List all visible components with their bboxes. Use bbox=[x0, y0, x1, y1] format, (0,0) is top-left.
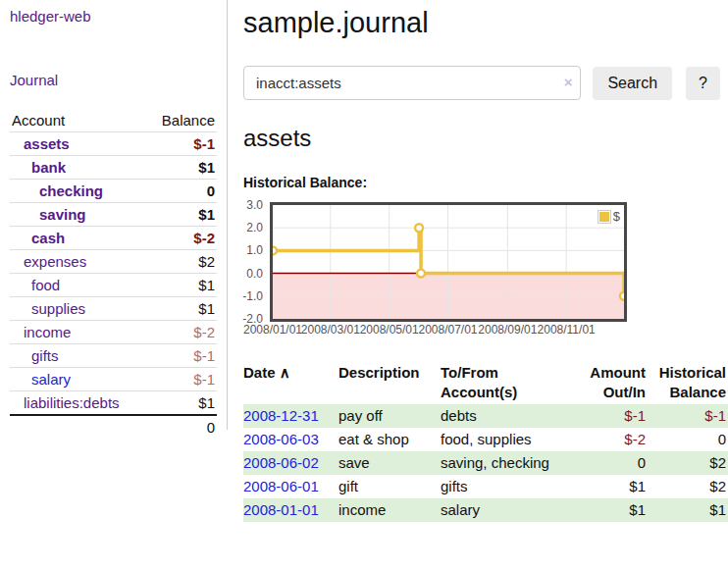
register-header-amount: Amount Out/In bbox=[574, 361, 648, 404]
sidebar-account-link-cash[interactable]: cash bbox=[12, 230, 65, 246]
chart-title: Historical Balance: bbox=[243, 175, 720, 190]
clear-search-icon[interactable]: × bbox=[564, 74, 573, 91]
account-balance: $1 bbox=[146, 297, 217, 321]
register-row: 2008-01-01incomesalary$1$1 bbox=[243, 498, 728, 522]
legend-swatch-icon bbox=[598, 210, 611, 224]
transaction-description: pay off bbox=[338, 404, 441, 428]
transaction-balance: $2 bbox=[648, 475, 728, 498]
accounts-total-row: 0 bbox=[10, 415, 217, 439]
account-balance: $1 bbox=[146, 391, 217, 416]
accounts-total-balance: 0 bbox=[146, 415, 217, 439]
y-tick-label: 3.0 bbox=[230, 198, 263, 212]
historical-balance-chart: 3.02.01.00.0-1.0-2.0 $ 2008/01/012008/03… bbox=[270, 202, 627, 337]
app-brand-link[interactable]: hledger-web bbox=[10, 8, 91, 25]
main-panel: sample.journal × Search ? assets Histori… bbox=[228, 0, 728, 522]
account-row: food$1 bbox=[10, 274, 217, 297]
account-row: cash$-2 bbox=[10, 227, 217, 250]
account-balance: $2 bbox=[146, 250, 217, 274]
account-balance: $-1 bbox=[146, 132, 217, 156]
register-header-balance: Historical Balance bbox=[648, 361, 728, 404]
account-balance: $1 bbox=[146, 274, 217, 297]
sidebar-account-link-gifts[interactable]: gifts bbox=[12, 347, 59, 364]
chart-plot-area: $ bbox=[270, 202, 627, 322]
account-row: assets$-1 bbox=[10, 132, 217, 156]
transaction-amount: $1 bbox=[574, 498, 648, 522]
sidebar-account-link-salary[interactable]: salary bbox=[12, 371, 71, 388]
chart-legend: $ bbox=[598, 209, 620, 224]
transaction-amount: $-1 bbox=[574, 404, 648, 428]
x-tick-label: 2008/09/01 bbox=[478, 323, 537, 337]
account-balance: $1 bbox=[146, 156, 217, 180]
x-tick-label: 2008/07/01 bbox=[418, 323, 477, 337]
x-tick-label: 2008/05/01 bbox=[360, 323, 419, 337]
transaction-date-link[interactable]: 2008-06-01 bbox=[243, 478, 319, 494]
search-form: × Search ? bbox=[243, 66, 720, 100]
legend-series-label: $ bbox=[613, 209, 620, 224]
register-row: 2008-06-03eat & shopfood, supplies$-20 bbox=[243, 428, 728, 451]
sidebar-account-link-saving[interactable]: saving bbox=[12, 206, 86, 223]
transaction-accounts: gifts bbox=[441, 475, 574, 498]
sidebar-account-link-bank[interactable]: bank bbox=[12, 159, 66, 176]
sidebar-account-link-food[interactable]: food bbox=[12, 277, 60, 293]
account-row: liabilities:debts$1 bbox=[10, 391, 217, 416]
register-row: 2008-06-01giftgifts$1$2 bbox=[243, 475, 728, 498]
balance-column-header: Balance bbox=[146, 109, 217, 132]
sidebar-account-link-checking[interactable]: checking bbox=[12, 182, 103, 199]
accounts-balance-table: Account Balance assets$-1bank$1checking0… bbox=[10, 109, 217, 439]
account-row: saving$1 bbox=[10, 203, 217, 227]
account-row: salary$-1 bbox=[10, 368, 217, 391]
x-tick-label: 2008/03/01 bbox=[301, 323, 360, 337]
y-tick-label: -1.0 bbox=[230, 289, 263, 303]
transaction-date-link[interactable]: 2008-12-31 bbox=[243, 407, 319, 424]
transaction-accounts: food, supplies bbox=[441, 428, 574, 451]
transaction-description: save bbox=[338, 451, 441, 475]
transaction-accounts: salary bbox=[441, 498, 574, 522]
x-tick-label: 2008/11/01 bbox=[538, 323, 596, 337]
transaction-balance: 0 bbox=[648, 428, 728, 451]
account-balance: $-1 bbox=[146, 368, 217, 391]
account-row: bank$1 bbox=[10, 156, 217, 180]
transaction-date-link[interactable]: 2008-06-03 bbox=[243, 431, 319, 447]
account-row: supplies$1 bbox=[10, 297, 217, 321]
transaction-accounts: debts bbox=[441, 404, 574, 428]
account-row: expenses$2 bbox=[10, 250, 217, 274]
y-tick-label: 1.0 bbox=[230, 243, 263, 257]
transaction-balance: $2 bbox=[648, 451, 728, 475]
sidebar-account-link-income[interactable]: income bbox=[12, 324, 71, 340]
transaction-accounts: saving, checking bbox=[441, 451, 574, 475]
sidebar-account-link-liabilities-debts[interactable]: liabilities:debts bbox=[12, 394, 120, 411]
page-title: sample.journal bbox=[243, 7, 720, 39]
chart-x-axis-labels: 2008/01/012008/03/012008/05/012008/07/01… bbox=[270, 322, 627, 337]
account-row: income$-2 bbox=[10, 321, 217, 344]
account-balance: $1 bbox=[146, 203, 217, 227]
account-column-header: Account bbox=[10, 109, 146, 132]
account-balance: $-1 bbox=[146, 344, 217, 368]
hledger-web-app: hledger-web Journal Account Balance asse… bbox=[0, 0, 728, 571]
sidebar-account-link-supplies[interactable]: supplies bbox=[12, 300, 85, 317]
account-balance: 0 bbox=[146, 180, 217, 203]
help-button[interactable]: ? bbox=[686, 67, 720, 100]
transaction-balance: $-1 bbox=[648, 404, 728, 428]
current-account-heading: assets bbox=[243, 125, 720, 152]
transaction-date-link[interactable]: 2008-01-01 bbox=[243, 501, 319, 518]
register-row: 2008-12-31pay offdebts$-1$-1 bbox=[243, 404, 728, 428]
transaction-amount: $-2 bbox=[574, 428, 648, 451]
transaction-balance: $1 bbox=[648, 498, 728, 522]
transaction-amount: 0 bbox=[574, 451, 648, 475]
search-input[interactable] bbox=[243, 66, 581, 100]
search-box: × bbox=[243, 66, 581, 100]
transaction-date-link[interactable]: 2008-06-02 bbox=[243, 454, 319, 471]
sidebar-item-journal[interactable]: Journal bbox=[10, 72, 58, 88]
y-tick-label: 0.0 bbox=[230, 267, 263, 281]
register-header-accounts: To/From Account(s) bbox=[441, 361, 574, 404]
search-button[interactable]: Search bbox=[593, 67, 672, 100]
transaction-description: income bbox=[338, 498, 441, 522]
sidebar-account-link-expenses[interactable]: expenses bbox=[12, 253, 86, 270]
y-tick-label: 2.0 bbox=[230, 221, 263, 234]
sidebar-account-link-assets[interactable]: assets bbox=[12, 135, 70, 152]
register-header-description: Description bbox=[338, 361, 441, 404]
transaction-description: eat & shop bbox=[338, 428, 441, 451]
x-tick-label: 2008/01/01 bbox=[243, 323, 302, 337]
register-header-date[interactable]: Date ∧ bbox=[243, 361, 338, 404]
transaction-amount: $1 bbox=[574, 475, 648, 498]
